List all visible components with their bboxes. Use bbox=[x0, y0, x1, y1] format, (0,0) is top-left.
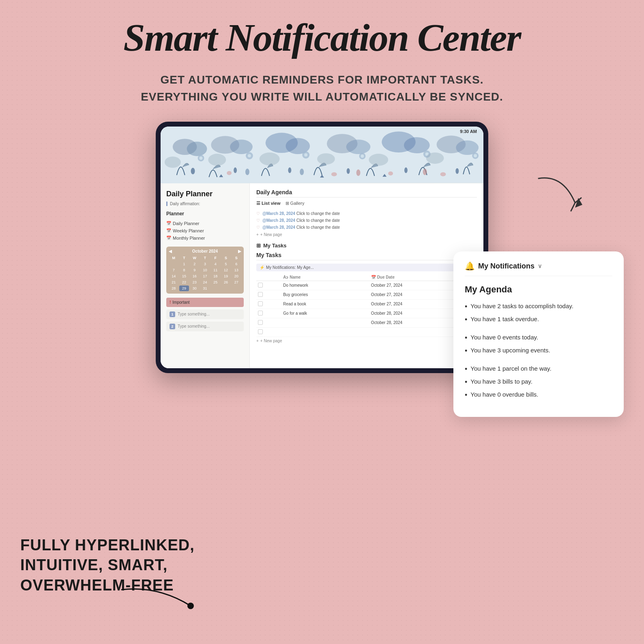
bullet-5: • bbox=[465, 365, 467, 374]
task-check-2[interactable] bbox=[256, 290, 281, 299]
new-page-tasks[interactable]: + + New page bbox=[256, 339, 477, 343]
cal-day-f: F bbox=[210, 255, 221, 261]
cal-cell[interactable]: 2 bbox=[189, 261, 200, 267]
daily-agenda-title: Daily Agenda bbox=[256, 189, 477, 197]
sidebar-item-monthly[interactable]: 📅 Monthly Planner bbox=[166, 234, 244, 242]
cal-day-s2: S bbox=[231, 255, 241, 261]
cal-cell[interactable]: 26 bbox=[221, 279, 231, 285]
cal-cell[interactable]: 22 bbox=[179, 279, 189, 285]
cal-cell[interactable]: 3 bbox=[200, 261, 210, 267]
svg-point-36 bbox=[331, 172, 337, 176]
cal-cell[interactable]: 18 bbox=[210, 273, 221, 279]
cal-cell[interactable]: 7 bbox=[169, 267, 179, 273]
bullet-4: • bbox=[465, 347, 467, 356]
cal-next[interactable]: ▶ bbox=[238, 249, 241, 253]
cal-cell[interactable]: 8 bbox=[179, 267, 189, 273]
cal-cell[interactable]: 9 bbox=[189, 267, 200, 273]
chevron-down-icon[interactable]: ∨ bbox=[538, 263, 542, 269]
svg-point-14 bbox=[234, 167, 237, 173]
svg-point-38 bbox=[440, 172, 446, 176]
task-check-3[interactable] bbox=[256, 299, 281, 309]
type-item-2[interactable]: 2 Type something... bbox=[166, 322, 244, 331]
cal-cell[interactable]: 16 bbox=[189, 273, 200, 279]
col-done bbox=[256, 274, 281, 281]
sidebar-item-weekly[interactable]: 📅 Weekly Planner bbox=[166, 227, 244, 234]
svg-point-24 bbox=[200, 157, 203, 160]
cal-day-t1: T bbox=[179, 255, 189, 261]
notification-card: 🔔 My Notifications ∨ My Agenda • You hav… bbox=[453, 251, 624, 417]
svg-point-49 bbox=[187, 603, 194, 609]
cal-cell bbox=[210, 286, 221, 291]
important-badge: ! Important bbox=[166, 298, 244, 307]
notif-text-events-today: You have 0 events today. bbox=[470, 334, 538, 341]
cal-cell[interactable]: 17 bbox=[200, 273, 210, 279]
new-page-label: + New page bbox=[260, 232, 282, 237]
tab-gallery[interactable]: ⊞ Gallery bbox=[286, 201, 305, 206]
task-row-3: Read a book October 27, 2024 bbox=[256, 299, 477, 309]
task-check-4[interactable] bbox=[256, 309, 281, 318]
notification-header: 🔔 My Notifications ∨ bbox=[465, 261, 612, 276]
notif-text-tasks-today: You have 2 tasks to accomplish today. bbox=[470, 303, 573, 309]
tasks-table: Aↄ Name 📅 Due Date Do homework October 2… bbox=[256, 274, 477, 337]
cal-cell[interactable]: 23 bbox=[189, 279, 200, 285]
cal-cell[interactable]: 15 bbox=[179, 273, 189, 279]
type-item-1[interactable]: 1 Type something... bbox=[166, 309, 244, 319]
new-page-agenda[interactable]: + + New page bbox=[256, 232, 477, 237]
cal-cell[interactable]: 5 bbox=[221, 261, 231, 267]
sidebar-item-daily[interactable]: 📅 Daily Planner bbox=[166, 220, 244, 227]
cal-cell[interactable]: 25 bbox=[210, 279, 221, 285]
cal-cell[interactable]: 11 bbox=[210, 267, 221, 273]
task-check-6[interactable] bbox=[256, 327, 281, 337]
type-placeholder-2: Type something... bbox=[178, 324, 210, 328]
cal-cell[interactable]: 19 bbox=[221, 273, 231, 279]
cal-cell[interactable]: 1 bbox=[179, 261, 189, 267]
my-tasks-title: My Tasks bbox=[256, 252, 477, 260]
task-check-1[interactable] bbox=[256, 281, 281, 290]
cal-cell[interactable]: 20 bbox=[231, 273, 241, 279]
cal-cell[interactable]: 21 bbox=[169, 279, 179, 285]
tasks-icon: ⊞ bbox=[256, 243, 261, 249]
svg-marker-48 bbox=[575, 198, 582, 208]
filter-bar[interactable]: ⚡ My Notifications: My Age... bbox=[256, 264, 477, 271]
svg-point-19 bbox=[356, 169, 361, 176]
type-num-2: 2 bbox=[170, 324, 175, 329]
agenda-item-2: ♡ @March 28, 2024 Click to change the da… bbox=[256, 217, 477, 224]
cal-cell[interactable]: 13 bbox=[231, 267, 241, 273]
cal-cell[interactable] bbox=[169, 261, 179, 267]
notif-item-parcel: • You have 1 parcel on the way. bbox=[465, 363, 612, 376]
svg-point-40 bbox=[208, 154, 226, 166]
svg-point-17 bbox=[300, 168, 304, 175]
cal-prev[interactable]: ◀ bbox=[169, 249, 172, 253]
sidebar-monthly-label: Monthly Planner bbox=[173, 236, 205, 240]
cal-day-s1: S bbox=[221, 255, 231, 261]
cal-cell[interactable]: 28 bbox=[169, 286, 179, 291]
tab-list-view[interactable]: ☰ List view bbox=[256, 201, 281, 206]
daily-icon: 📅 bbox=[166, 221, 171, 225]
cal-cell-today[interactable]: 29 bbox=[179, 286, 189, 291]
cal-cell[interactable]: 4 bbox=[210, 261, 221, 267]
monthly-icon: 📅 bbox=[166, 236, 171, 240]
svg-point-28 bbox=[304, 153, 307, 157]
svg-point-13 bbox=[191, 167, 195, 174]
svg-point-20 bbox=[404, 167, 408, 173]
cal-cell[interactable]: 6 bbox=[231, 261, 241, 267]
cal-cell[interactable]: 31 bbox=[200, 286, 210, 291]
new-page-tasks-label: + New page bbox=[260, 339, 282, 343]
cal-cell[interactable]: 10 bbox=[200, 267, 210, 273]
cal-cell[interactable]: 14 bbox=[169, 273, 179, 279]
svg-point-8 bbox=[346, 140, 371, 154]
notif-group-misc: • You have 1 parcel on the way. • You ha… bbox=[465, 363, 612, 401]
type-num-1: 1 bbox=[170, 311, 175, 317]
notif-item-overdue-bills: • You have 0 overdue bills. bbox=[465, 389, 612, 402]
task-check-5[interactable] bbox=[256, 318, 281, 327]
cal-cell[interactable]: 24 bbox=[200, 279, 210, 285]
tasks-section-title: My Tasks bbox=[263, 243, 287, 249]
tagline-line2: INTUITIVE, SMART, bbox=[20, 555, 195, 575]
page-title: Smart Notification Center bbox=[0, 0, 644, 59]
svg-point-21 bbox=[423, 168, 427, 175]
cal-cell[interactable]: 12 bbox=[221, 267, 231, 273]
task-row-1: Do homework October 27, 2024 bbox=[256, 281, 477, 290]
cal-cell[interactable]: 27 bbox=[231, 279, 241, 285]
agenda-date-1: @March 28, 2024 Click to change the date bbox=[262, 211, 340, 216]
cal-cell[interactable]: 30 bbox=[189, 286, 200, 291]
